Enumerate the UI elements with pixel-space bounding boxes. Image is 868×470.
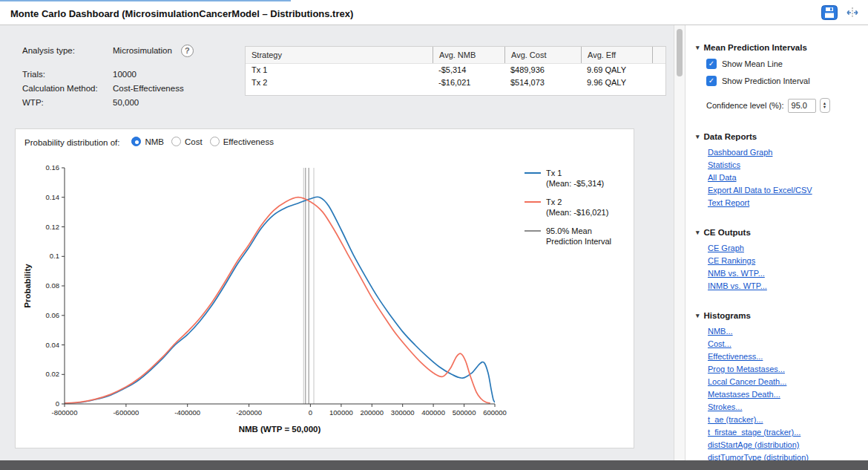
report-link[interactable]: NMB... xyxy=(708,326,862,337)
collapse-triangle-icon[interactable]: ▾ xyxy=(696,229,700,236)
legend-swatch xyxy=(525,230,541,232)
radio-label: Effectiveness xyxy=(223,137,274,146)
collapse-triangle-icon[interactable]: ▾ xyxy=(696,133,700,140)
radio-nmb[interactable]: NMB xyxy=(131,137,164,146)
info-label: Trials: xyxy=(22,69,113,80)
checkbox-icon[interactable]: ✓ xyxy=(706,76,717,86)
confidence-level-row: Confidence level (%): 95.0 ▲▼ xyxy=(706,98,862,113)
distribution-label: Probability distribution of: xyxy=(24,138,119,147)
report-link[interactable]: distTumorType (distribution) xyxy=(708,452,862,460)
report-link[interactable]: t_firstae_stage (tracker)... xyxy=(708,427,862,438)
confidence-level-input[interactable]: 95.0 xyxy=(788,99,816,113)
confidence-stepper-icon[interactable]: ▲▼ xyxy=(820,98,830,113)
report-link[interactable]: All Data xyxy=(708,172,862,183)
report-link[interactable]: Dashboard Graph xyxy=(708,147,862,158)
info-label: Analysis type: xyxy=(22,45,113,56)
legend-swatch xyxy=(525,172,541,174)
save-icon[interactable] xyxy=(821,5,838,23)
table-column-header[interactable]: Avg. Cost xyxy=(504,47,581,63)
svg-text:Probability: Probability xyxy=(23,264,32,308)
detach-panel-icon[interactable] xyxy=(844,5,861,23)
svg-text:0: 0 xyxy=(309,408,312,417)
table-row[interactable]: Tx 1-$5,314$489,9369.69 QALY xyxy=(246,64,665,76)
info-label: Calculation Method: xyxy=(22,83,113,94)
info-row: Calculation Method: Cost-Effectiveness xyxy=(22,83,194,94)
legend-item: 95.0% MeanPrediction Interval xyxy=(525,226,633,247)
table-column-header[interactable]: Strategy xyxy=(246,47,433,63)
info-row: Trials: 10000 xyxy=(22,69,194,80)
report-link[interactable]: Export All Data to Excel/CSV xyxy=(708,185,862,196)
checkbox-row[interactable]: ✓ Show Mean Line xyxy=(706,59,862,69)
report-link[interactable]: Cost... xyxy=(708,339,862,350)
radio-label: Cost xyxy=(185,137,203,146)
section-header-data-reports[interactable]: ▾ Data Reports xyxy=(696,132,862,141)
table-column-header-spacer xyxy=(652,47,665,63)
info-value: Cost-Effectiveness xyxy=(113,83,184,94)
page-title: Monte Carlo Dashboard (MicrosimulationCa… xyxy=(10,8,353,19)
bottom-window-edge xyxy=(0,460,868,470)
report-link[interactable]: CE Graph xyxy=(708,243,862,254)
report-link[interactable]: Strokes... xyxy=(708,402,862,413)
table-cell: $489,936 xyxy=(504,64,581,76)
data-reports-links: Dashboard GraphStatisticsAll DataExport … xyxy=(708,147,862,209)
report-link[interactable]: Effectiveness... xyxy=(708,351,862,362)
section-header-ce-outputs[interactable]: ▾ CE Outputs xyxy=(696,228,862,237)
report-link[interactable]: Prog to Metastases... xyxy=(708,364,862,375)
table-row[interactable]: Tx 2-$16,021$514,0739.96 QALY xyxy=(246,76,665,89)
checkbox-row[interactable]: ✓ Show Prediction Interval xyxy=(706,76,862,86)
legend-swatch xyxy=(525,201,541,203)
report-link[interactable]: Local Cancer Death... xyxy=(708,376,862,388)
section-header-mean-prediction-intervals[interactable]: ▾ Mean Prediction Intervals xyxy=(696,43,862,52)
report-link[interactable]: Text Report xyxy=(708,198,862,209)
distribution-radio-group: NMB Cost Effectiveness xyxy=(131,137,280,148)
table-column-header[interactable]: Avg. NMB xyxy=(433,47,504,63)
svg-text:100000: 100000 xyxy=(329,408,353,417)
table-column-header[interactable]: Avg. Eff xyxy=(581,47,652,63)
radio-icon xyxy=(210,137,220,146)
sidebar: ▾ Mean Prediction Intervals ✓ Show Mean … xyxy=(685,25,868,460)
report-link[interactable]: Metastases Death... xyxy=(708,389,862,400)
ce-outputs-links: CE GraphCE RankingsNMB vs. WTP...INMB vs… xyxy=(708,243,862,292)
svg-text:0.16: 0.16 xyxy=(46,163,60,172)
svg-text:200000: 200000 xyxy=(360,408,384,417)
info-row: Analysis type: Microsimulation ? xyxy=(22,45,194,57)
section-header-histograms[interactable]: ▾ Histograms xyxy=(696,311,862,320)
info-value: 50,000 xyxy=(113,97,139,108)
legend-text: Tx 2(Mean: -$16,021) xyxy=(546,197,608,218)
histograms-links: NMB...Cost...Effectiveness...Prog to Met… xyxy=(708,326,862,460)
report-link[interactable]: Statistics xyxy=(708,160,862,171)
radio-cost[interactable]: Cost xyxy=(171,137,203,146)
collapse-triangle-icon[interactable]: ▾ xyxy=(696,44,700,51)
svg-text:500000: 500000 xyxy=(453,408,476,417)
vertical-scrollbar[interactable] xyxy=(674,25,685,460)
legend-item: Tx 1(Mean: -$5,314) xyxy=(525,168,633,189)
report-link[interactable]: CE Rankings xyxy=(708,255,862,267)
svg-text:400000: 400000 xyxy=(421,408,445,417)
distribution-selector-row: Probability distribution of: NMB Cost Ef… xyxy=(24,137,281,148)
report-link[interactable]: t_ae (tracker)... xyxy=(708,414,862,425)
svg-text:0.14: 0.14 xyxy=(46,193,60,201)
svg-text:0.12: 0.12 xyxy=(46,223,60,231)
main-content: Analysis type: Microsimulation ? Trials:… xyxy=(0,25,674,460)
report-link[interactable]: NMB vs. WTP... xyxy=(708,268,862,279)
section-mean-prediction-intervals: ▾ Mean Prediction Intervals ✓ Show Mean … xyxy=(696,43,862,113)
info-label: WTP: xyxy=(22,97,113,108)
radio-effectiveness[interactable]: Effectiveness xyxy=(210,137,274,146)
svg-text:0.08: 0.08 xyxy=(46,281,60,290)
info-value: 10000 xyxy=(113,69,137,80)
help-icon[interactable]: ? xyxy=(181,45,194,57)
scrollbar-thumb[interactable] xyxy=(677,29,683,76)
strategy-table-body: Tx 1-$5,314$489,9369.69 QALYTx 2-$16,021… xyxy=(246,64,665,89)
table-cell: $514,073 xyxy=(504,76,581,89)
report-link[interactable]: distStartAge (distribution) xyxy=(708,440,862,451)
checkbox-icon[interactable]: ✓ xyxy=(706,59,717,69)
report-link[interactable]: INMB vs. WTP... xyxy=(708,281,862,292)
svg-text:0.1: 0.1 xyxy=(50,252,59,260)
legend-text: 95.0% MeanPrediction Interval xyxy=(546,226,611,247)
svg-text:300000: 300000 xyxy=(391,408,415,417)
section-data-reports: ▾ Data Reports Dashboard GraphStatistics… xyxy=(696,132,862,209)
strategy-table-header: StrategyAvg. NMBAvg. CostAvg. Eff xyxy=(246,47,665,64)
distribution-chart: -800000-600000-400000-200000010000020000… xyxy=(20,159,519,437)
info-row: WTP: 50,000 xyxy=(22,97,194,108)
collapse-triangle-icon[interactable]: ▾ xyxy=(696,312,700,319)
